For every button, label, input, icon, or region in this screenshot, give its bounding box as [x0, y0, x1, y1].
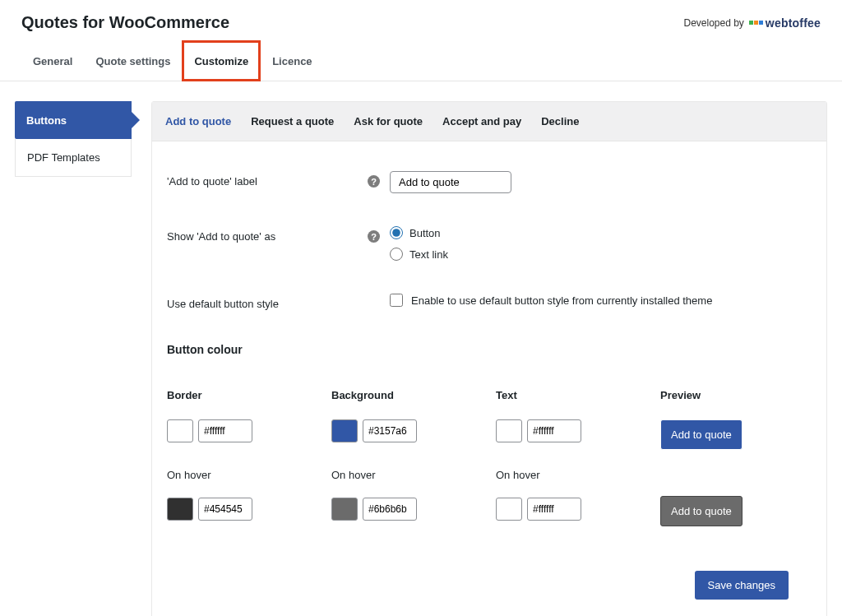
logo-icon: [749, 21, 763, 25]
sub-tabs: Add to quote Request a quote Ask for quo…: [152, 102, 826, 141]
subtab-ask-for-quote[interactable]: Ask for quote: [344, 102, 433, 141]
border-swatch[interactable]: [167, 419, 193, 442]
page-title: Quotes for WooCommerce: [21, 13, 229, 32]
text-hover-label: On hover: [496, 469, 619, 481]
background-hover-swatch[interactable]: [331, 498, 358, 521]
radio-text-link-input[interactable]: [390, 248, 403, 261]
border-heading: Border: [167, 389, 290, 401]
help-icon[interactable]: ?: [368, 230, 380, 243]
border-hover-hex-input[interactable]: [198, 498, 252, 521]
main-panel: Add to quote Request a quote Ask for quo…: [151, 101, 827, 616]
radio-button-label: Button: [409, 227, 441, 239]
background-heading: Background: [331, 389, 455, 401]
save-changes-button[interactable]: Save changes: [695, 571, 789, 600]
subtab-add-to-quote[interactable]: Add to quote: [155, 102, 241, 141]
developed-by: Developed by webtoffee: [683, 16, 821, 30]
radio-text-link-label: Text link: [409, 248, 448, 261]
text-swatch[interactable]: [496, 419, 522, 442]
border-hex-input[interactable]: [198, 419, 252, 442]
button-colour-heading: Button colour: [167, 343, 802, 356]
webtoffee-logo[interactable]: webtoffee: [749, 16, 821, 30]
background-hover-label: On hover: [331, 469, 455, 481]
text-heading: Text: [496, 389, 619, 401]
label-default-style: Use default button style: [164, 294, 368, 310]
tab-general[interactable]: General: [21, 40, 84, 81]
border-hover-swatch[interactable]: [167, 498, 193, 521]
default-style-checkbox-row[interactable]: Enable to use default button style from …: [390, 294, 712, 307]
preview-button-hover: Add to quote: [660, 496, 743, 526]
logo-text: webtoffee: [766, 16, 821, 30]
subtab-decline[interactable]: Decline: [531, 102, 589, 141]
text-hex-input[interactable]: [527, 419, 581, 442]
background-hex-input[interactable]: [363, 419, 417, 442]
radio-text-link[interactable]: Text link: [390, 248, 448, 261]
label-show-as: Show 'Add to quote' as: [164, 226, 368, 243]
help-icon[interactable]: ?: [368, 175, 380, 188]
background-hover-hex-input[interactable]: [363, 498, 417, 521]
main-tabs: General Quote settings Customize Licence: [0, 40, 842, 81]
preview-button-normal: Add to quote: [660, 419, 743, 450]
developed-by-text: Developed by: [683, 17, 743, 29]
label-add-to-quote-label: 'Add to quote' label: [164, 171, 368, 188]
default-style-check-label: Enable to use default button style from …: [411, 294, 712, 307]
sidebar: Buttons PDF Templates: [15, 101, 132, 177]
subtab-accept-and-pay[interactable]: Accept and pay: [433, 102, 531, 141]
sidebar-item-buttons[interactable]: Buttons: [15, 101, 132, 139]
default-style-checkbox[interactable]: [390, 294, 403, 307]
text-hover-hex-input[interactable]: [527, 498, 581, 521]
tab-licence[interactable]: Licence: [261, 40, 323, 81]
preview-heading: Preview: [660, 389, 767, 401]
sidebar-item-pdf-templates[interactable]: PDF Templates: [15, 139, 132, 177]
background-swatch[interactable]: [331, 419, 358, 442]
radio-button-input[interactable]: [390, 226, 403, 239]
tab-customize[interactable]: Customize: [182, 40, 261, 81]
tab-quote-settings[interactable]: Quote settings: [84, 40, 182, 81]
text-hover-swatch[interactable]: [496, 498, 522, 521]
add-to-quote-label-input[interactable]: [390, 171, 511, 193]
radio-button[interactable]: Button: [390, 226, 448, 239]
border-hover-label: On hover: [167, 469, 290, 481]
subtab-request-a-quote[interactable]: Request a quote: [241, 102, 344, 141]
